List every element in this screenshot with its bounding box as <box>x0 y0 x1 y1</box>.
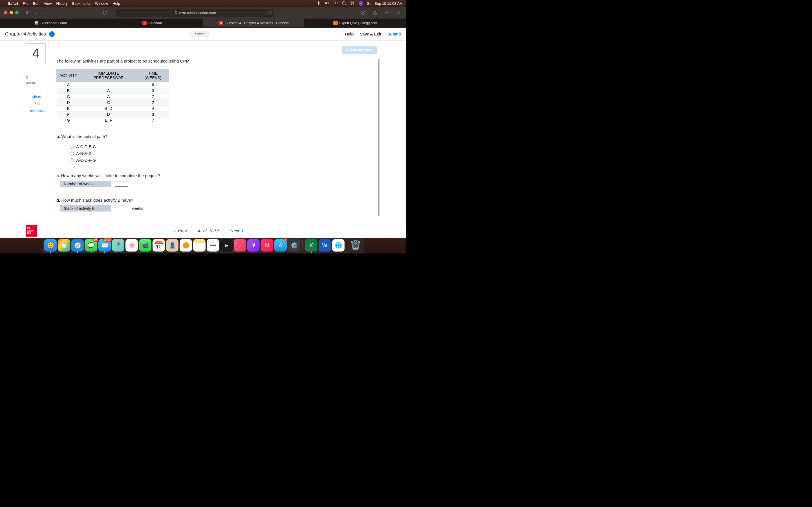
svg-rect-20 <box>216 230 217 231</box>
dock-chrome-icon[interactable]: 🌐 <box>332 239 345 251</box>
tab-label: Calendar <box>148 21 162 25</box>
radio-option[interactable]: A-C-D-F-G <box>70 158 377 163</box>
control-center-icon[interactable] <box>350 1 355 6</box>
prev-button[interactable]: ‹ Prev <box>174 228 187 234</box>
svg-rect-5 <box>352 2 354 3</box>
dock-music-icon[interactable]: ♪ <box>234 239 246 251</box>
ebook-link[interactable]: eBook <box>26 93 48 100</box>
menu-history[interactable]: History <box>56 1 67 6</box>
app-name[interactable]: Safari <box>8 1 18 6</box>
dock-messages-icon[interactable]: 💬97 <box>85 239 97 251</box>
question-intro: The following activities are part of a p… <box>56 59 377 63</box>
save-exit-link[interactable]: Save & Exit <box>360 32 381 36</box>
sidebar-toggle-icon[interactable] <box>25 9 32 16</box>
dock-maps-icon[interactable]: 📍 <box>112 239 124 251</box>
tab-calendar[interactable]: 📕 Calendar <box>101 18 203 27</box>
tab-overview-icon[interactable] <box>395 9 402 16</box>
next-button[interactable]: Next › <box>231 228 243 234</box>
close-window-icon[interactable] <box>4 11 7 14</box>
references-link[interactable]: References <box>26 107 48 114</box>
print-link[interactable]: Print <box>26 100 48 107</box>
running-indicator-icon <box>77 251 78 252</box>
tab-row: 📊 Blackboard Learn 📕 Calendar M Question… <box>0 18 406 27</box>
menu-bookmarks[interactable]: Bookmarks <box>72 1 91 6</box>
minimize-window-icon[interactable] <box>10 11 13 14</box>
svg-rect-18 <box>218 229 219 230</box>
col-predecessor: IMMEDIATE PREDECESSOR <box>80 69 137 82</box>
dock-word-icon[interactable]: W <box>319 239 331 251</box>
dock-mail-icon[interactable]: ✉️4,157 <box>98 239 111 251</box>
radio-option[interactable]: A-B-E-G <box>70 151 377 156</box>
table-row: A—6 <box>57 82 169 88</box>
dock-excel-icon[interactable]: X <box>305 239 317 251</box>
radio-input[interactable] <box>70 145 74 149</box>
tab-label: Expert Q&A | Chegg.com <box>340 21 377 25</box>
battery-icon[interactable] <box>325 1 329 6</box>
back-button[interactable]: ‹ <box>41 10 43 16</box>
url-bar[interactable]: ezto.mheducation.com <box>116 9 274 17</box>
reload-icon[interactable] <box>268 10 272 15</box>
trash-icon[interactable]: 🗑️ <box>349 239 362 251</box>
slack-input[interactable] <box>115 206 128 211</box>
privacy-shield-icon[interactable] <box>101 9 108 16</box>
downloads-icon[interactable] <box>360 9 366 16</box>
table-row: EB, D4 <box>57 106 169 112</box>
tab-label: Blackboard Learn <box>40 21 67 25</box>
menubar-clock[interactable]: Sun Sep 10 11:08 AM <box>367 1 403 6</box>
dock-safari-icon[interactable]: 🧭 <box>71 239 84 251</box>
content-scrollbar[interactable] <box>378 59 379 216</box>
table-row: DC2 <box>57 100 169 106</box>
bluetooth-icon[interactable] <box>316 1 321 6</box>
question-number: 4 <box>26 43 46 63</box>
dock-calendar-icon[interactable]: SEP10 <box>153 239 165 251</box>
dock-notes-icon[interactable] <box>193 239 206 251</box>
part-b: b. What is the critical path? A-C-D-E-GA… <box>56 134 377 163</box>
wifi-icon[interactable] <box>333 1 338 6</box>
menu-file[interactable]: File <box>22 1 29 6</box>
dock-freeform-icon[interactable]: 〰️ <box>207 239 219 251</box>
weeks-input[interactable] <box>115 181 128 187</box>
submit-link[interactable]: Submit <box>388 32 401 36</box>
running-indicator-icon <box>311 251 312 252</box>
favicon-chegg-icon: C <box>333 21 338 25</box>
dock-photos-icon[interactable]: 🌸 <box>125 239 138 251</box>
info-icon[interactable]: i <box>49 31 55 37</box>
radio-input[interactable] <box>70 152 74 156</box>
share-icon[interactable] <box>371 9 378 16</box>
new-tab-icon[interactable] <box>384 9 390 16</box>
forward-button[interactable]: › <box>47 10 49 16</box>
dock-preferences-icon[interactable]: ⚙️ <box>288 239 300 251</box>
dock-contacts-icon[interactable]: 👤 <box>166 239 179 251</box>
search-icon[interactable] <box>342 1 346 6</box>
table-row: BA3 <box>57 88 169 94</box>
dock-appletv-icon[interactable]: tv <box>220 239 233 251</box>
svg-rect-2 <box>325 3 327 4</box>
tab-group-chevron-icon[interactable]: ⌄ <box>35 11 37 14</box>
help-link[interactable]: Help <box>345 32 354 36</box>
tab-blackboard[interactable]: 📊 Blackboard Learn <box>0 18 101 27</box>
radio-input[interactable] <box>70 158 74 162</box>
menu-edit[interactable]: Edit <box>33 1 39 6</box>
navigator-grid-icon[interactable] <box>215 228 219 233</box>
dock-launchpad-icon[interactable]: ▦ <box>58 239 70 251</box>
connect-header: Chapter 4 Activities i Saved Help Save &… <box>0 27 406 41</box>
dock-news-icon[interactable]: N <box>261 239 273 251</box>
dock-facetime-icon[interactable]: 📹 <box>139 239 151 251</box>
menu-view[interactable]: View <box>44 1 52 6</box>
radio-option[interactable]: A-C-D-E-G <box>70 145 377 149</box>
menu-window[interactable]: Window <box>95 1 108 6</box>
tab-connect[interactable]: M Question 4 - Chapter 4 Activities - Co… <box>203 18 305 27</box>
menu-help[interactable]: Help <box>112 1 120 6</box>
tab-chegg[interactable]: C Expert Q&A | Chegg.com <box>305 18 406 27</box>
dock-appstore-icon[interactable]: A2 <box>274 239 287 251</box>
favicon-calendar-icon: 📕 <box>142 21 147 25</box>
dock-finder-icon[interactable]: 🙂 <box>44 239 57 251</box>
dock-podcasts-icon[interactable]: 🎙 <box>247 239 260 251</box>
chevron-left-icon: ‹ <box>174 228 176 234</box>
window-controls[interactable] <box>4 11 18 14</box>
siri-icon[interactable] <box>359 1 363 6</box>
fullscreen-window-icon[interactable] <box>15 11 18 14</box>
saved-status: Saved <box>190 31 210 37</box>
dock-reminders-icon[interactable]: 🟠 <box>180 239 192 251</box>
svg-rect-8 <box>27 11 30 14</box>
